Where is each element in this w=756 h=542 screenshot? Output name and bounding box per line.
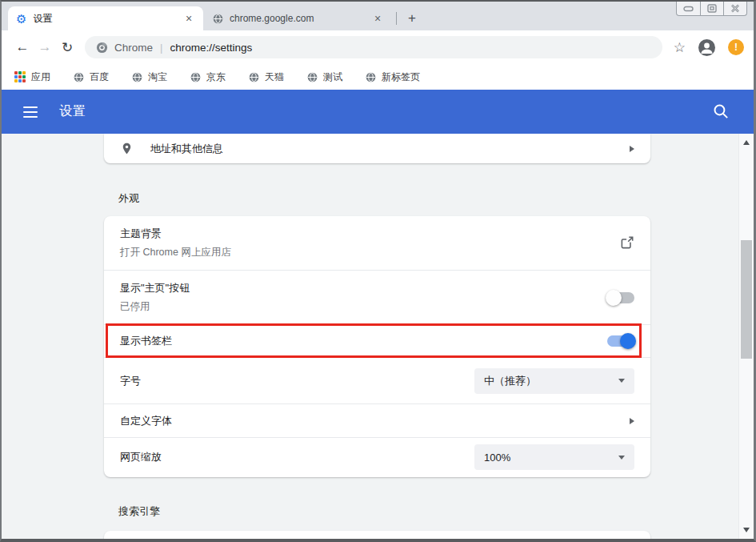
scroll-up-icon[interactable]: [743, 140, 750, 145]
apps-grid-icon: [14, 71, 26, 82]
gear-icon: ⚙: [16, 13, 26, 25]
minimize-icon: [683, 6, 694, 12]
menu-icon[interactable]: [23, 106, 38, 118]
appearance-card: 主题背景 打开 Chrome 网上应用店 显示"主页"按钮 已停用 显示书签栏: [104, 216, 650, 477]
bookmark-item[interactable]: 百度: [74, 70, 109, 84]
row-label: 字号: [120, 374, 141, 388]
section-title-appearance: 外观: [118, 191, 139, 206]
back-button[interactable]: ←: [11, 36, 34, 58]
tab-chrome-google-com[interactable]: chrome.google.com ×: [205, 6, 392, 30]
search-engine-card: [104, 531, 650, 539]
settings-header: 设置: [2, 90, 754, 134]
row-show-bookmarks-bar[interactable]: 显示书签栏: [104, 325, 650, 358]
close-icon: [730, 4, 740, 13]
tab-separator: [396, 12, 397, 25]
close-icon[interactable]: ×: [371, 12, 384, 25]
url-text: chrome://settings: [170, 42, 252, 54]
addresses-card: 地址和其他信息: [104, 134, 650, 163]
open-in-new-icon: [619, 235, 634, 251]
address-bar[interactable]: Chrome | chrome://settings: [85, 36, 662, 58]
caret-down-icon: [618, 456, 625, 460]
row-sublabel: 已停用: [120, 300, 190, 314]
caret-down-icon: [618, 379, 625, 383]
globe-icon: [74, 72, 84, 82]
globe-icon: [132, 72, 142, 82]
globe-icon: [249, 72, 259, 82]
row-sublabel: 打开 Chrome 网上应用店: [120, 246, 231, 259]
search-icon[interactable]: [712, 102, 730, 120]
row-label: 自定义字体: [120, 414, 172, 428]
section-title-search-engine: 搜索引擎: [118, 504, 160, 519]
bookmark-apps[interactable]: 应用: [14, 70, 50, 84]
globe-icon: [307, 72, 318, 82]
toggle-show-bookmarks-bar[interactable]: [607, 335, 634, 347]
globe-icon: [213, 14, 223, 24]
close-button[interactable]: [723, 2, 746, 15]
bookmark-label: 测试: [323, 70, 342, 84]
bookmark-item[interactable]: 京东: [190, 70, 226, 84]
bookmarks-bar: 应用 百度 淘宝 京东 天猫 测试 新标签页: [2, 64, 754, 90]
profile-avatar[interactable]: [698, 39, 715, 56]
window-controls: [676, 2, 747, 16]
tab-title: 设置: [33, 12, 182, 26]
highlight-box: [106, 323, 642, 358]
bookmark-label: 应用: [31, 70, 50, 84]
row-label: 主题背景: [120, 227, 231, 241]
tab-title: chrome.google.com: [230, 13, 371, 24]
person-icon: [698, 39, 715, 56]
browser-toolbar: ← → ↻ Chrome | chrome://settings ☆ !: [2, 30, 754, 64]
maximize-button[interactable]: [700, 2, 723, 15]
scrollbar-thumb[interactable]: [741, 240, 752, 359]
new-tab-button[interactable]: +: [402, 9, 422, 28]
bookmark-label: 新标签页: [382, 70, 420, 84]
url-scheme: Chrome: [114, 42, 153, 54]
tab-settings[interactable]: ⚙ 设置 ×: [8, 6, 203, 30]
row-theme[interactable]: 主题背景 打开 Chrome 网上应用店: [104, 216, 650, 271]
location-pin-icon: [120, 142, 134, 155]
url-separator: |: [160, 42, 162, 54]
bookmark-label: 京东: [206, 70, 226, 84]
toggle-show-home-button[interactable]: [607, 292, 634, 303]
row-label: 网页缩放: [120, 450, 162, 464]
row-show-home-button[interactable]: 显示"主页"按钮 已停用: [104, 271, 650, 325]
bookmark-star-icon[interactable]: ☆: [674, 39, 686, 56]
chevron-right-icon: [630, 418, 634, 424]
row-font-size: 字号 中（推荐）: [104, 358, 650, 404]
scroll-down-icon[interactable]: [743, 528, 750, 532]
bookmark-label: 百度: [90, 70, 109, 84]
row-page-zoom: 网页缩放 100%: [104, 438, 650, 476]
globe-icon: [190, 72, 201, 82]
bookmark-item[interactable]: 天猫: [249, 70, 284, 84]
page-title: 设置: [59, 103, 86, 120]
bookmark-item[interactable]: 淘宝: [132, 70, 167, 84]
bookmark-label: 淘宝: [148, 70, 167, 84]
page-zoom-select[interactable]: 100%: [474, 444, 634, 470]
close-icon[interactable]: ×: [182, 12, 195, 25]
row-customize-fonts[interactable]: 自定义字体: [104, 404, 650, 438]
bookmark-item[interactable]: 测试: [307, 70, 342, 84]
select-value: 中（推荐）: [484, 374, 536, 388]
row-addresses[interactable]: 地址和其他信息: [104, 134, 650, 163]
forward-button[interactable]: →: [34, 36, 56, 58]
row-label: 地址和其他信息: [150, 142, 223, 156]
font-size-select[interactable]: 中（推荐）: [474, 368, 634, 394]
select-value: 100%: [484, 452, 510, 464]
chevron-right-icon: [630, 146, 634, 152]
row-label: 显示书签栏: [120, 334, 172, 348]
toolbar-right: ☆ !: [674, 39, 744, 56]
row-label: 显示"主页"按钮: [120, 281, 190, 295]
reload-button[interactable]: ↻: [56, 36, 78, 58]
bookmark-label: 天猫: [265, 70, 284, 84]
maximize-icon: [707, 4, 717, 13]
update-alert-badge[interactable]: !: [728, 39, 744, 55]
chrome-logo-icon: [96, 42, 108, 54]
scrollbar[interactable]: [738, 134, 754, 539]
minimize-button[interactable]: [677, 2, 700, 15]
globe-icon: [366, 72, 376, 82]
settings-content: 地址和其他信息 外观 主题背景 打开 Chrome 网上应用店 显示"主页"按钮…: [2, 134, 754, 539]
tab-strip: ⚙ 设置 × chrome.google.com × +: [2, 2, 754, 30]
bookmark-item[interactable]: 新标签页: [366, 70, 420, 84]
